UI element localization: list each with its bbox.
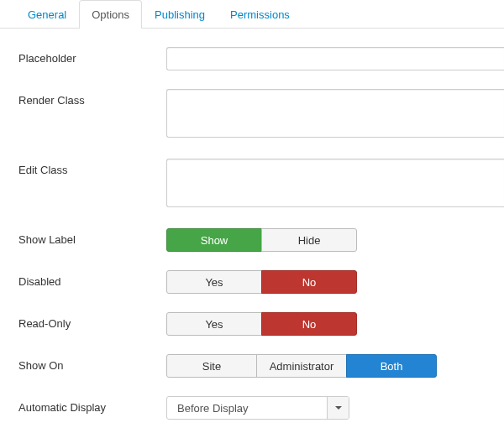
label-edit-class: Edit Class (18, 159, 166, 176)
row-render-class: Render Class (18, 89, 504, 140)
disabled-group: Yes No (166, 270, 357, 294)
show-on-site-button[interactable]: Site (166, 354, 257, 378)
label-automatic-display: Automatic Display (18, 396, 166, 414)
disabled-no-button[interactable]: No (261, 270, 357, 294)
show-on-both-button[interactable]: Both (346, 354, 437, 378)
label-show-on: Show On (18, 354, 166, 372)
automatic-display-caret[interactable] (327, 397, 349, 419)
label-read-only: Read-Only (18, 312, 166, 330)
automatic-display-value: Before Display (167, 397, 327, 419)
show-on-admin-button[interactable]: Administrator (256, 354, 347, 378)
read-only-yes-button[interactable]: Yes (166, 312, 262, 336)
edit-class-input[interactable] (166, 159, 504, 207)
row-edit-class: Edit Class (18, 159, 504, 210)
chevron-down-icon (335, 406, 342, 410)
show-on-group: Site Administrator Both (166, 354, 437, 378)
row-show-label: Show Label Show Hide (18, 228, 504, 252)
automatic-display-select[interactable]: Before Display (166, 396, 349, 420)
row-read-only: Read-Only Yes No (18, 312, 504, 336)
read-only-no-button[interactable]: No (261, 312, 357, 336)
read-only-group: Yes No (166, 312, 357, 336)
tab-general[interactable]: General (15, 0, 79, 29)
tab-permissions[interactable]: Permissions (218, 0, 302, 29)
label-render-class: Render Class (18, 89, 166, 107)
placeholder-input[interactable] (166, 47, 504, 70)
options-form: Placeholder Render Class Edit Class Show… (0, 29, 504, 420)
row-placeholder: Placeholder (18, 47, 504, 70)
label-placeholder: Placeholder (18, 47, 166, 65)
show-label-show-button[interactable]: Show (166, 228, 262, 252)
show-label-hide-button[interactable]: Hide (261, 228, 357, 252)
row-disabled: Disabled Yes No (18, 270, 504, 294)
disabled-yes-button[interactable]: Yes (166, 270, 262, 294)
row-show-on: Show On Site Administrator Both (18, 354, 504, 378)
row-automatic-display: Automatic Display Before Display (18, 396, 504, 420)
show-label-group: Show Hide (166, 228, 357, 252)
label-show-label: Show Label (18, 228, 166, 246)
label-disabled: Disabled (18, 270, 166, 288)
tab-bar: General Options Publishing Permissions (0, 0, 504, 29)
tab-publishing[interactable]: Publishing (142, 0, 218, 29)
tab-options[interactable]: Options (79, 0, 142, 29)
render-class-input[interactable] (166, 89, 504, 138)
